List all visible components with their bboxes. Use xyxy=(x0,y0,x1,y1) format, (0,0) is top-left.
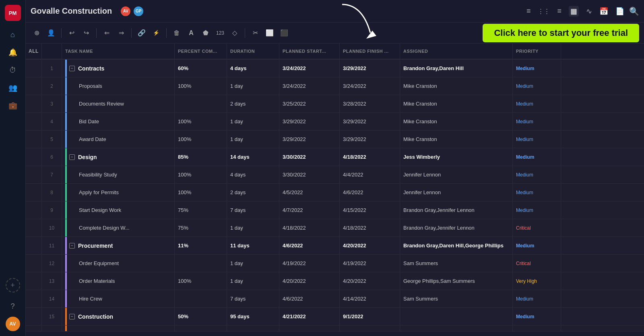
row-checkbox[interactable] xyxy=(26,201,42,219)
task-name-cell[interactable]: − Design xyxy=(62,148,175,166)
delete-button[interactable]: 🗑 xyxy=(171,27,183,39)
row-checkbox[interactable] xyxy=(26,131,42,148)
sidebar-item-time[interactable]: ⏱ xyxy=(6,63,20,77)
paste-button[interactable]: ⬛ xyxy=(278,27,290,39)
task-name-cell[interactable]: Order Materials xyxy=(62,272,175,290)
col-all[interactable]: ALL xyxy=(26,44,42,59)
sidebar-add-button[interactable]: + xyxy=(6,278,20,292)
group-collapse-icon[interactable]: − xyxy=(69,154,75,160)
task-name-cell[interactable]: Order Equipment xyxy=(62,255,175,272)
view-filter-icon[interactable]: ≡ xyxy=(557,7,561,15)
priority-cell: Critical xyxy=(513,326,561,331)
view-calendar-icon[interactable]: 📅 xyxy=(599,7,608,16)
assigned-cell: Sam Summers xyxy=(400,290,513,307)
table-row[interactable]: 6 − Design 85% 14 days 3/30/2022 4/18/20… xyxy=(26,148,644,166)
diamond-button[interactable]: ◇ xyxy=(229,27,241,39)
view-doc-icon[interactable]: 📄 xyxy=(615,7,624,16)
table-row[interactable]: 10 Complete Design W... 75% 1 day 4/18/2… xyxy=(26,219,644,237)
undo-button[interactable]: ↩ xyxy=(66,27,78,39)
table-row[interactable]: 2 Proposals 100% 1 day 3/24/2022 3/24/20… xyxy=(26,77,644,95)
task-name-cell[interactable]: Award Date xyxy=(62,131,175,148)
row-checkbox[interactable] xyxy=(26,113,42,130)
row-checkbox[interactable] xyxy=(26,308,42,325)
row-checkbox[interactable] xyxy=(26,95,42,112)
copy-button[interactable]: ⬜ xyxy=(264,27,276,39)
app-logo[interactable]: PM xyxy=(5,5,21,21)
view-table-icon[interactable]: ▦ xyxy=(569,6,579,17)
horizontal-scrollbar[interactable] xyxy=(26,331,644,336)
row-checkbox[interactable] xyxy=(26,326,42,331)
task-name-cell[interactable]: Bid Date xyxy=(62,113,175,130)
col-planned-finish[interactable]: PLANNED FINISH ... xyxy=(340,44,400,59)
task-name-cell[interactable]: Start Design Work xyxy=(62,201,175,219)
table-row[interactable]: 5 Award Date 100% 1 day 3/29/2022 3/29/2… xyxy=(26,131,644,148)
row-checkbox[interactable] xyxy=(26,272,42,290)
col-priority[interactable]: PRIORITY xyxy=(513,44,561,59)
redo-button[interactable]: ↪ xyxy=(80,27,92,39)
task-name-cell[interactable]: − Contracts xyxy=(62,60,175,77)
unlink-button[interactable]: ⚡ xyxy=(150,27,162,39)
row-checkbox[interactable] xyxy=(26,184,42,201)
table-row[interactable]: 13 Order Materials 100% 1 day 4/20/2022 … xyxy=(26,272,644,290)
task-name-cell[interactable]: Feasibility Study xyxy=(62,166,175,183)
task-name-cell[interactable]: − Procurement xyxy=(62,237,175,254)
col-planned-start[interactable]: PLANNED START... xyxy=(279,44,340,59)
font-button[interactable]: A xyxy=(185,27,197,39)
avatar-2[interactable]: GP xyxy=(133,6,144,17)
task-name-cell[interactable]: − Construction xyxy=(62,308,175,325)
add-user-button[interactable]: 👤 xyxy=(45,27,57,39)
add-item-button[interactable]: ⊕ xyxy=(31,27,43,39)
paint-button[interactable]: ⬟ xyxy=(200,27,212,39)
view-columns-icon[interactable]: ⋮⋮ xyxy=(538,8,550,15)
avatar-1[interactable]: AV xyxy=(120,6,131,17)
table-row[interactable]: 11 − Procurement 11% 11 days 4/6/2022 4/… xyxy=(26,237,644,255)
view-list-icon[interactable]: ≡ xyxy=(526,7,531,15)
table-row[interactable]: 7 Feasibility Study 100% 4 days 3/30/202… xyxy=(26,166,644,184)
col-task-name[interactable]: TASK NAME xyxy=(62,44,175,59)
sidebar-item-help[interactable]: ? xyxy=(6,299,20,313)
table-row[interactable]: 16 Prep/Pre-constructi... 25% 1 day 4/21… xyxy=(26,326,644,331)
row-checkbox[interactable] xyxy=(26,166,42,183)
free-trial-banner[interactable]: Click here to start your free trial xyxy=(483,24,639,42)
task-name-cell[interactable]: Proposals xyxy=(62,77,175,95)
group-collapse-icon[interactable]: − xyxy=(69,243,75,249)
row-checkbox[interactable] xyxy=(26,77,42,95)
sidebar-item-notifications[interactable]: 🔔 xyxy=(6,45,20,60)
sidebar-item-people[interactable]: 👥 xyxy=(6,81,20,95)
view-pulse-icon[interactable]: ∿ xyxy=(586,7,592,16)
col-duration[interactable]: DURATION xyxy=(227,44,279,59)
table-row[interactable]: 9 Start Design Work 75% 7 days 4/7/2022 … xyxy=(26,201,644,219)
task-name-cell[interactable]: Prep/Pre-constructi... xyxy=(62,326,175,331)
task-name-cell[interactable]: Complete Design W... xyxy=(62,219,175,236)
indent-button[interactable]: ⇒ xyxy=(115,27,127,39)
user-avatar-sidebar[interactable]: AV xyxy=(6,317,20,331)
assigned-cell: Mike Cranston xyxy=(400,131,513,148)
row-checkbox[interactable] xyxy=(26,219,42,236)
outdent-button[interactable]: ⇐ xyxy=(101,27,113,39)
task-name-cell[interactable]: Hire Crew xyxy=(62,290,175,307)
table-row[interactable]: 15 − Construction 50% 95 days 4/21/2022 … xyxy=(26,308,644,326)
sidebar-item-portfolio[interactable]: 💼 xyxy=(6,98,20,113)
table-row[interactable]: 12 Order Equipment 1 day 4/19/2022 4/19/… xyxy=(26,255,644,272)
row-checkbox[interactable] xyxy=(26,237,42,254)
search-icon[interactable]: 🔍 xyxy=(629,6,639,16)
row-checkbox[interactable] xyxy=(26,148,42,166)
col-assigned[interactable]: ASSIGNED xyxy=(400,44,513,59)
group-collapse-icon[interactable]: − xyxy=(69,314,75,319)
table-row[interactable]: 8 Apply for Permits 100% 2 days 4/5/2022… xyxy=(26,184,644,201)
table-row[interactable]: 4 Bid Date 100% 1 day 3/29/2022 3/29/202… xyxy=(26,113,644,131)
table-row[interactable]: 14 Hire Crew 7 days 4/6/2022 4/14/2022 S… xyxy=(26,290,644,308)
cut-button[interactable]: ✂ xyxy=(249,27,261,39)
row-checkbox[interactable] xyxy=(26,255,42,272)
row-checkbox[interactable] xyxy=(26,290,42,307)
row-checkbox[interactable] xyxy=(26,60,42,77)
table-row[interactable]: 3 Documents Review 2 days 3/25/2022 3/28… xyxy=(26,95,644,113)
sidebar-item-home[interactable]: ⌂ xyxy=(6,27,20,42)
link-button[interactable]: 🔗 xyxy=(136,27,148,39)
col-percent[interactable]: PERCENT COM... xyxy=(175,44,227,59)
table-row[interactable]: 1 − Contracts 60% 4 days 3/24/2022 3/29/… xyxy=(26,60,644,77)
task-name-cell[interactable]: Apply for Permits xyxy=(62,184,175,201)
task-name-cell[interactable]: Documents Review xyxy=(62,95,175,112)
number-button[interactable]: 123 xyxy=(214,27,226,39)
group-collapse-icon[interactable]: − xyxy=(69,66,75,71)
